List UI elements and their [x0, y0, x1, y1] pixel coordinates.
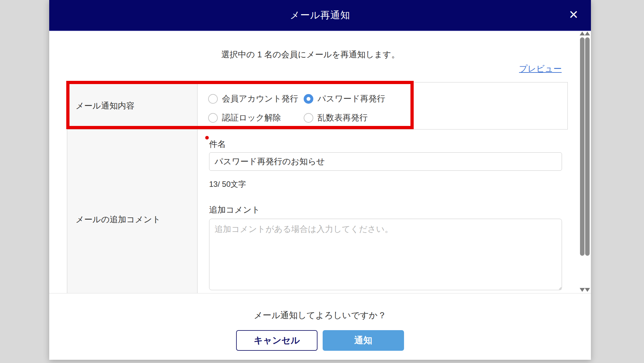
radio-password-reissue[interactable]: パスワード再発行 [304, 93, 567, 104]
radio-auth-lock-release[interactable]: 認証ロック解除 [208, 112, 304, 123]
notification-type-label: メール通知内容 [67, 82, 198, 129]
scrollbar-thumb[interactable] [585, 37, 590, 256]
additional-comment-row: メールの追加コメント 件名 13/ 50文字 追加コメント 0/ 1,000文字 [67, 129, 567, 293]
radio-random-table-reissue[interactable]: 乱数表再発行 [304, 112, 567, 123]
additional-comment-row-label: メールの追加コメント [67, 129, 198, 293]
intro-text: 選択中の 1 名の会員にメールを再通知します。 [49, 49, 591, 60]
scrollbar-thumb[interactable] [580, 37, 584, 256]
preview-link[interactable]: プレビュー [519, 63, 562, 74]
dialog-header: メール再通知 × [49, 0, 591, 31]
mail-renotify-dialog: メール再通知 × 選択中の 1 名の会員にメールを再通知します。 プレビュー メ… [49, 0, 591, 360]
scroll-up-icon[interactable] [580, 32, 585, 35]
close-icon[interactable]: × [569, 7, 578, 22]
comment-label: 追加コメント [209, 205, 260, 215]
dialog-title: メール再通知 [290, 9, 350, 22]
mail-form-table: メール通知内容 会員アカウント発行 パスワード再発行 認 [67, 82, 568, 293]
radio-unselected-icon[interactable] [304, 113, 313, 123]
scroll-down-icon[interactable] [580, 288, 585, 292]
cancel-button[interactable]: キャンセル [236, 330, 317, 351]
scroll-up-icon[interactable] [585, 32, 590, 35]
inner-scrollbar[interactable] [580, 31, 584, 293]
subject-input[interactable] [209, 152, 562, 171]
subject-label: 件名 [209, 139, 226, 149]
radio-unselected-icon[interactable] [208, 113, 218, 123]
required-dot-icon [205, 136, 209, 139]
radio-selected-icon[interactable] [304, 94, 313, 104]
notify-button[interactable]: 通知 [323, 330, 404, 351]
notification-radio-group: 会員アカウント発行 パスワード再発行 認証ロック解除 乱数表再発行 [198, 82, 567, 123]
subject-char-counter: 13/ 50文字 [209, 179, 562, 189]
confirm-message: メール通知してよろしいですか？ [49, 310, 591, 321]
comment-textarea[interactable] [209, 219, 562, 290]
dialog-footer: メール通知してよろしいですか？ キャンセル 通知 [49, 293, 591, 360]
outer-scrollbar[interactable] [585, 31, 590, 293]
scroll-down-icon[interactable] [585, 288, 590, 292]
radio-member-account-issue[interactable]: 会員アカウント発行 [208, 93, 304, 104]
radio-unselected-icon[interactable] [208, 94, 218, 104]
notification-type-row: メール通知内容 会員アカウント発行 パスワード再発行 認 [67, 82, 567, 129]
dialog-scroll-body: 選択中の 1 名の会員にメールを再通知します。 プレビュー メール通知内容 会員… [49, 31, 591, 293]
